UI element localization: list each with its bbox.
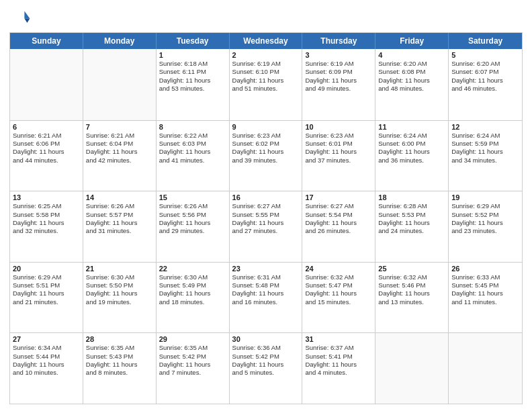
sunset-line: Sunset: 5:41 PM <box>305 353 372 361</box>
sunset-line: Sunset: 5:54 PM <box>305 211 372 219</box>
sunset-line: Sunset: 5:56 PM <box>159 211 226 219</box>
daylight-line1: Daylight: 11 hours <box>86 289 153 298</box>
day-number: 12 <box>451 123 519 131</box>
calendar-cell: 25Sunrise: 6:32 AMSunset: 5:46 PMDayligh… <box>375 263 449 333</box>
svg-marker-0 <box>24 11 30 18</box>
calendar-cell: 3Sunrise: 6:19 AMSunset: 6:09 PMDaylight… <box>302 49 375 120</box>
calendar-cell <box>375 333 449 404</box>
daylight-line1: Daylight: 11 hours <box>159 148 226 156</box>
daylight-line2: and 42 minutes. <box>86 156 153 165</box>
sunset-line: Sunset: 6:01 PM <box>305 140 372 148</box>
sunrise-line: Sunrise: 6:21 AM <box>86 132 153 140</box>
weekday-header-saturday: Saturday <box>449 33 522 49</box>
daylight-line2: and 48 minutes. <box>378 85 445 93</box>
daylight-line2: and 46 minutes. <box>451 85 519 93</box>
daylight-line2: and 7 minutes. <box>159 369 226 377</box>
daylight-line2: and 41 minutes. <box>159 156 226 165</box>
calendar-cell: 4Sunrise: 6:20 AMSunset: 6:08 PMDaylight… <box>375 49 449 120</box>
day-number: 3 <box>305 51 372 59</box>
daylight-line2: and 16 minutes. <box>232 298 300 306</box>
daylight-line1: Daylight: 11 hours <box>378 148 445 156</box>
calendar-cell: 23Sunrise: 6:31 AMSunset: 5:48 PMDayligh… <box>230 263 303 333</box>
sunset-line: Sunset: 6:04 PM <box>86 140 153 148</box>
calendar-cell: 8Sunrise: 6:22 AMSunset: 6:03 PMDaylight… <box>157 121 230 191</box>
calendar-cell: 20Sunrise: 6:29 AMSunset: 5:51 PMDayligh… <box>10 263 83 333</box>
daylight-line1: Daylight: 11 hours <box>378 289 445 298</box>
day-number: 5 <box>451 51 519 59</box>
sunrise-line: Sunrise: 6:23 AM <box>232 132 300 140</box>
day-number: 4 <box>378 51 445 59</box>
sunrise-line: Sunrise: 6:29 AM <box>13 273 80 281</box>
daylight-line1: Daylight: 11 hours <box>86 361 153 369</box>
sunset-line: Sunset: 5:44 PM <box>13 353 80 361</box>
sunrise-line: Sunrise: 6:20 AM <box>451 60 519 68</box>
calendar-cell: 21Sunrise: 6:30 AMSunset: 5:50 PMDayligh… <box>83 263 157 333</box>
sunset-line: Sunset: 5:42 PM <box>159 353 226 361</box>
calendar-cell: 27Sunrise: 6:34 AMSunset: 5:44 PMDayligh… <box>10 333 83 404</box>
sunset-line: Sunset: 6:07 PM <box>451 68 519 76</box>
day-number: 2 <box>232 51 300 59</box>
calendar-row-4: 27Sunrise: 6:34 AMSunset: 5:44 PMDayligh… <box>10 332 522 404</box>
daylight-line1: Daylight: 11 hours <box>159 77 226 85</box>
day-number: 22 <box>159 265 226 273</box>
sunrise-line: Sunrise: 6:35 AM <box>86 344 153 352</box>
daylight-line2: and 31 minutes. <box>86 227 153 235</box>
calendar-cell: 2Sunrise: 6:19 AMSunset: 6:10 PMDaylight… <box>230 49 303 120</box>
daylight-line2: and 10 minutes. <box>13 369 80 377</box>
weekday-header-wednesday: Wednesday <box>230 33 303 49</box>
day-number: 30 <box>232 335 300 343</box>
daylight-line2: and 53 minutes. <box>159 85 226 93</box>
sunrise-line: Sunrise: 6:23 AM <box>305 132 372 140</box>
daylight-line2: and 26 minutes. <box>305 227 372 235</box>
day-number: 6 <box>13 123 80 131</box>
calendar-cell: 10Sunrise: 6:23 AMSunset: 6:01 PMDayligh… <box>302 121 375 191</box>
calendar-body: 1Sunrise: 6:18 AMSunset: 6:11 PMDaylight… <box>10 49 522 404</box>
daylight-line1: Daylight: 11 hours <box>305 219 372 227</box>
sunset-line: Sunset: 5:47 PM <box>305 281 372 289</box>
calendar-cell <box>449 333 522 404</box>
calendar-cell: 18Sunrise: 6:28 AMSunset: 5:53 PMDayligh… <box>375 191 449 262</box>
sunset-line: Sunset: 6:03 PM <box>159 140 226 148</box>
sunset-line: Sunset: 6:02 PM <box>232 140 300 148</box>
sunrise-line: Sunrise: 6:25 AM <box>13 202 80 210</box>
sunset-line: Sunset: 6:00 PM <box>378 140 445 148</box>
sunset-line: Sunset: 5:52 PM <box>451 211 519 219</box>
day-number: 21 <box>86 265 153 273</box>
day-number: 16 <box>232 193 300 201</box>
calendar-cell: 26Sunrise: 6:33 AMSunset: 5:45 PMDayligh… <box>449 263 522 333</box>
day-number: 13 <box>13 193 80 201</box>
sunset-line: Sunset: 6:10 PM <box>232 68 300 76</box>
daylight-line1: Daylight: 11 hours <box>378 219 445 227</box>
daylight-line1: Daylight: 11 hours <box>159 289 226 298</box>
day-number: 8 <box>159 123 226 131</box>
daylight-line1: Daylight: 11 hours <box>13 361 80 369</box>
weekday-header-thursday: Thursday <box>302 33 375 49</box>
daylight-line1: Daylight: 11 hours <box>13 289 80 298</box>
sunrise-line: Sunrise: 6:30 AM <box>86 273 153 281</box>
daylight-line2: and 15 minutes. <box>305 298 372 306</box>
calendar-cell: 19Sunrise: 6:29 AMSunset: 5:52 PMDayligh… <box>449 191 522 262</box>
calendar-cell: 13Sunrise: 6:25 AMSunset: 5:58 PMDayligh… <box>10 191 83 262</box>
sunset-line: Sunset: 5:46 PM <box>378 281 445 289</box>
day-number: 1 <box>159 51 226 59</box>
sunrise-line: Sunrise: 6:37 AM <box>305 344 372 352</box>
sunrise-line: Sunrise: 6:24 AM <box>378 132 445 140</box>
sunrise-line: Sunrise: 6:35 AM <box>159 344 226 352</box>
calendar-row-0: 1Sunrise: 6:18 AMSunset: 6:11 PMDaylight… <box>10 49 522 120</box>
daylight-line1: Daylight: 11 hours <box>305 148 372 156</box>
daylight-line1: Daylight: 11 hours <box>232 361 300 369</box>
daylight-line2: and 18 minutes. <box>159 298 226 306</box>
daylight-line2: and 32 minutes. <box>13 227 80 235</box>
day-number: 23 <box>232 265 300 273</box>
weekday-header-sunday: Sunday <box>10 33 83 49</box>
sunrise-line: Sunrise: 6:18 AM <box>159 60 226 68</box>
sunset-line: Sunset: 6:06 PM <box>13 140 80 148</box>
sunrise-line: Sunrise: 6:33 AM <box>451 273 519 281</box>
sunset-line: Sunset: 5:55 PM <box>232 211 300 219</box>
daylight-line2: and 4 minutes. <box>305 369 372 377</box>
calendar-cell: 6Sunrise: 6:21 AMSunset: 6:06 PMDaylight… <box>10 121 83 191</box>
daylight-line2: and 39 minutes. <box>232 156 300 165</box>
day-number: 20 <box>13 265 80 273</box>
sunset-line: Sunset: 5:53 PM <box>378 211 445 219</box>
weekday-header-tuesday: Tuesday <box>157 33 230 49</box>
